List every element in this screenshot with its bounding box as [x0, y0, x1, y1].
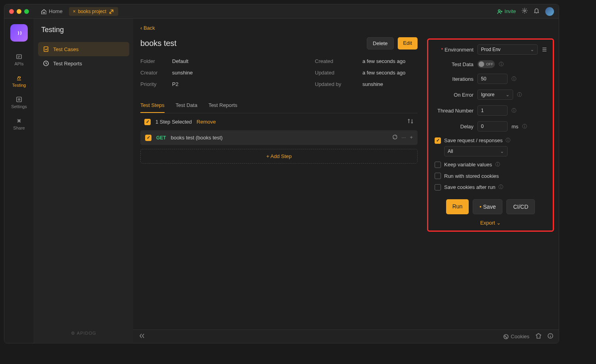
- cicd-button[interactable]: CI/CD: [506, 199, 535, 214]
- tab-test-reports[interactable]: Test Reports: [209, 98, 238, 113]
- save-request-mode-value: All: [448, 149, 453, 154]
- rail-testing[interactable]: Testing: [12, 75, 26, 88]
- rail-testing-label: Testing: [12, 83, 26, 88]
- step-row[interactable]: ✓ GET books test (books test) ··· +: [140, 130, 418, 145]
- body-row: APIs Testing Settings Share Testing Test…: [4, 19, 559, 343]
- settings-gear-icon[interactable]: [521, 8, 528, 15]
- sidebar-test-reports[interactable]: Test Reports: [38, 56, 129, 71]
- add-step-label: Add Step: [270, 153, 292, 159]
- info-icon[interactable]: [548, 333, 553, 340]
- page-header: books test Delete Edit: [140, 37, 418, 50]
- window-close-dot[interactable]: [9, 9, 14, 14]
- save-request-mode-select[interactable]: All ⌄: [444, 146, 508, 156]
- shirt-icon[interactable]: [536, 333, 541, 340]
- svg-point-9: [506, 337, 507, 338]
- select-all-checkbox[interactable]: ✓: [144, 119, 151, 125]
- meta-priority-label: Priority: [140, 81, 172, 87]
- content-column: ‹ Back books test Delete Edit Folder Def…: [133, 19, 425, 330]
- cookies-label: Cookies: [511, 334, 529, 339]
- window-controls: [9, 9, 29, 14]
- thread-label: Thread Number: [434, 108, 473, 114]
- run-buttons: Run •Save CI/CD: [434, 199, 547, 214]
- invite-label: Invite: [504, 9, 516, 14]
- svg-point-1: [524, 10, 525, 11]
- save-request-checkbox[interactable]: ✓: [435, 137, 441, 144]
- help-icon[interactable]: ⓘ: [512, 76, 516, 82]
- svg-rect-5: [44, 47, 48, 51]
- meta-folder-value: Default: [172, 58, 315, 64]
- help-icon[interactable]: ⓘ: [506, 137, 510, 144]
- onerror-select[interactable]: Ignore ⌄: [477, 90, 513, 100]
- help-icon[interactable]: ⓘ: [499, 61, 504, 68]
- refresh-icon[interactable]: [392, 134, 398, 141]
- iterations-label: Iterations: [434, 76, 473, 82]
- plus-icon[interactable]: +: [410, 134, 413, 141]
- help-icon[interactable]: ⓘ: [495, 161, 500, 168]
- tab-test-data[interactable]: Test Data: [176, 98, 197, 113]
- row-delay: Delay ms ⓘ: [434, 121, 547, 131]
- help-icon[interactable]: ⓘ: [522, 123, 527, 130]
- tab-close-icon[interactable]: ×: [73, 9, 76, 14]
- window-max-dot[interactable]: [24, 9, 29, 14]
- caret-down-icon: ⌄: [530, 47, 534, 52]
- help-icon[interactable]: ⓘ: [512, 107, 516, 114]
- delete-button[interactable]: Delete: [367, 37, 394, 50]
- save-cookies-label: Save cookies after run: [444, 184, 495, 190]
- step-method: GET: [156, 135, 166, 141]
- meta-creator-value: sunshine: [172, 70, 315, 76]
- apidog-brand: APIDOG: [77, 331, 96, 335]
- iterations-input[interactable]: [477, 74, 508, 84]
- delay-input[interactable]: [477, 121, 508, 131]
- sidebar-test-cases[interactable]: Test Cases: [38, 42, 129, 56]
- page-title: books test: [140, 39, 176, 48]
- nav-rail: APIs Testing Settings Share: [4, 19, 34, 343]
- title-bar-right: Invite: [497, 7, 554, 16]
- invite-button[interactable]: Invite: [497, 9, 516, 14]
- run-panel: Environment Prod Env ⌄ Test Data: [427, 38, 554, 232]
- keep-vars-checkbox[interactable]: [435, 162, 441, 168]
- sidebar-footer: ⚙ APIDOG: [38, 331, 129, 336]
- home-crumb[interactable]: Home: [38, 7, 66, 16]
- external-link-icon: [109, 9, 114, 14]
- run-button[interactable]: Run: [446, 199, 469, 214]
- meta-updated-label: Updated: [315, 70, 362, 76]
- environment-label: Environment: [434, 47, 473, 53]
- bell-icon[interactable]: [533, 8, 540, 15]
- user-avatar[interactable]: [545, 7, 554, 16]
- tab-test-steps[interactable]: Test Steps: [140, 98, 165, 113]
- rail-settings[interactable]: Settings: [11, 96, 27, 109]
- more-icon[interactable]: ···: [402, 134, 406, 141]
- edit-button[interactable]: Edit: [398, 37, 418, 50]
- delay-label: Delay: [434, 124, 473, 130]
- project-tab[interactable]: × books project: [69, 7, 118, 16]
- sort-icon[interactable]: [407, 118, 414, 126]
- rail-apis[interactable]: APIs: [14, 53, 23, 66]
- env-manage-icon[interactable]: [542, 46, 547, 53]
- rail-share[interactable]: Share: [13, 118, 25, 130]
- window-min-dot[interactable]: [17, 9, 21, 14]
- testdata-toggle[interactable]: OFF: [477, 60, 495, 68]
- unsaved-dot-icon: •: [479, 204, 481, 210]
- export-link[interactable]: Export ⌄: [434, 220, 547, 226]
- save-button[interactable]: •Save: [473, 199, 502, 214]
- run-cookies-checkbox[interactable]: [435, 173, 441, 179]
- help-icon[interactable]: ⓘ: [498, 184, 503, 191]
- save-cookies-checkbox[interactable]: [435, 184, 441, 191]
- cookies-link[interactable]: Cookies: [503, 334, 529, 339]
- selected-count: 1 Step Selected: [155, 119, 192, 125]
- meta-updatedby-label: Updated by: [315, 81, 362, 87]
- remove-selected-link[interactable]: Remove: [197, 119, 216, 125]
- thread-input[interactable]: [477, 105, 508, 116]
- page-actions: Delete Edit: [367, 37, 418, 50]
- back-link[interactable]: ‹ Back: [140, 25, 418, 31]
- row-iterations: Iterations ⓘ: [434, 74, 547, 84]
- add-step-button[interactable]: + Add Step: [140, 149, 418, 164]
- help-icon[interactable]: ⓘ: [517, 91, 522, 98]
- collapse-sidebar-icon[interactable]: [139, 333, 145, 340]
- step-checkbox[interactable]: ✓: [145, 135, 151, 141]
- svg-point-0: [498, 10, 500, 11]
- svg-rect-2: [17, 55, 21, 59]
- environment-select[interactable]: Prod Env ⌄: [477, 44, 538, 55]
- toggle-text: OFF: [486, 62, 493, 66]
- app-logo[interactable]: [10, 24, 28, 42]
